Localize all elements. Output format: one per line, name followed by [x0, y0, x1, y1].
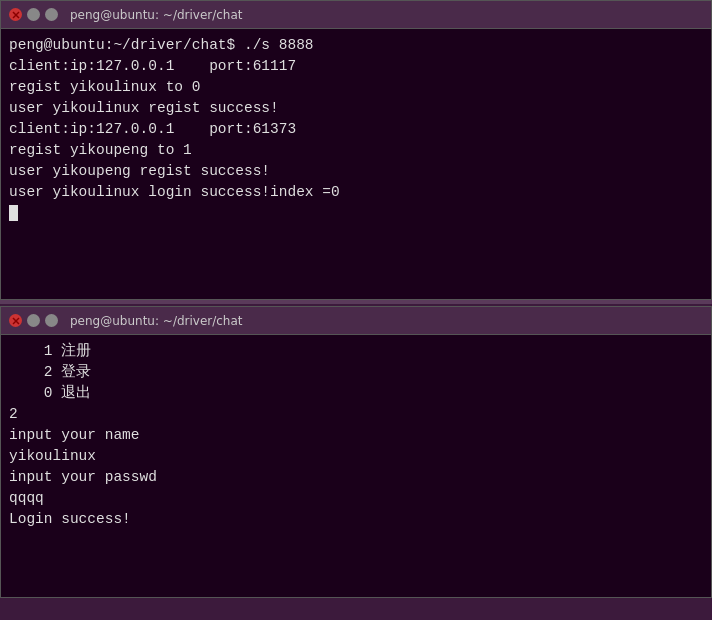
window-title-1: peng@ubuntu: ~/driver/chat — [70, 8, 243, 22]
window-controls-2 — [9, 314, 58, 327]
window-divider — [0, 300, 712, 304]
terminal-line: regist yikoupeng to 1 — [9, 140, 703, 161]
terminal-line: 2 — [9, 404, 703, 425]
terminal-line: yikoulinux — [9, 446, 703, 467]
terminal-line: 0 退出 — [9, 383, 703, 404]
terminal-line: Login success! — [9, 509, 703, 530]
close-button-2[interactable] — [9, 314, 22, 327]
terminal-line: qqqq — [9, 488, 703, 509]
minimize-button-2[interactable] — [27, 314, 40, 327]
terminal-line: peng@ubuntu:~/driver/chat$ ./s 8888 — [9, 35, 703, 56]
terminal-line: input your passwd — [9, 467, 703, 488]
terminal-body-2: 1 注册 2 登录 0 退出 2 input your name yikouli… — [1, 335, 711, 597]
close-icon-1 — [12, 11, 20, 19]
maximize-button-1[interactable] — [45, 8, 58, 21]
terminal-line: user yikoulinux login success!index =0 — [9, 182, 703, 203]
window-title-2: peng@ubuntu: ~/driver/chat — [70, 314, 243, 328]
close-icon-2 — [12, 317, 20, 325]
terminal-cursor-line — [9, 203, 703, 224]
terminal-line: client:ip:127.0.0.1 port:61117 — [9, 56, 703, 77]
close-button-1[interactable] — [9, 8, 22, 21]
titlebar-1: peng@ubuntu: ~/driver/chat — [1, 1, 711, 29]
maximize-button-2[interactable] — [45, 314, 58, 327]
titlebar-2: peng@ubuntu: ~/driver/chat — [1, 307, 711, 335]
terminal-line: client:ip:127.0.0.1 port:61373 — [9, 119, 703, 140]
terminal-body-1: peng@ubuntu:~/driver/chat$ ./s 8888 clie… — [1, 29, 711, 299]
terminal-line: 1 注册 — [9, 341, 703, 362]
terminal-line: user yikoupeng regist success! — [9, 161, 703, 182]
window-controls-1 — [9, 8, 58, 21]
terminal-line: user yikoulinux regist success! — [9, 98, 703, 119]
terminal-window-1: peng@ubuntu: ~/driver/chat peng@ubuntu:~… — [0, 0, 712, 300]
terminal-line: regist yikoulinux to 0 — [9, 77, 703, 98]
terminal-window-2: peng@ubuntu: ~/driver/chat 1 注册 2 登录 0 退… — [0, 306, 712, 598]
terminal-line: input your name — [9, 425, 703, 446]
cursor — [9, 205, 18, 221]
terminal-line: 2 登录 — [9, 362, 703, 383]
minimize-button-1[interactable] — [27, 8, 40, 21]
